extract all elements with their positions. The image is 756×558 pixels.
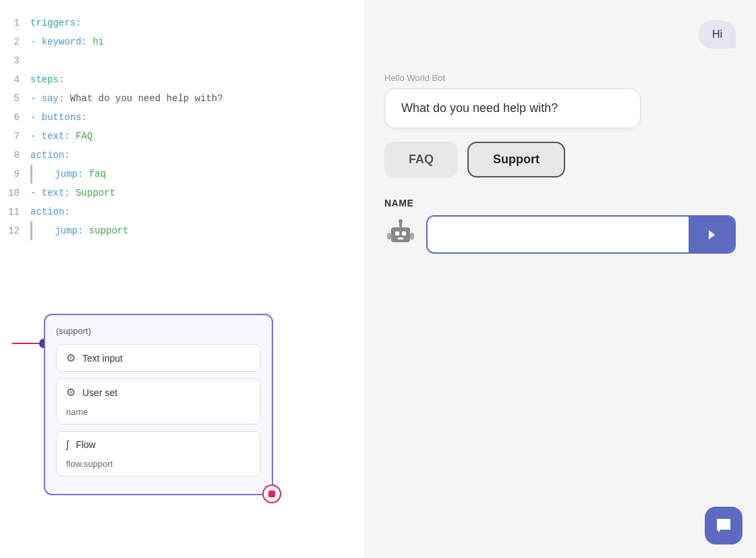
code-text-9: jump: faq xyxy=(30,165,364,184)
code-line-12: 12 jump: support xyxy=(0,221,364,240)
text-input-icon: ⚙ xyxy=(66,352,76,364)
line-num-7: 7 xyxy=(0,127,30,146)
flow-icon: ∫ xyxy=(66,439,69,451)
text-input-label: Text input xyxy=(82,353,123,364)
svg-rect-1 xyxy=(395,231,399,235)
flow-label: Flow xyxy=(76,439,96,450)
name-input-section: NAME xyxy=(384,198,736,254)
code-editor: 1 triggers: 2 - keyword: hi 3 4 steps: 5… xyxy=(0,0,364,558)
chat-fab-button[interactable] xyxy=(705,507,743,545)
bot-name-label: Hello World Bot xyxy=(384,73,736,83)
code-text-2: - keyword: hi xyxy=(30,32,364,51)
line-num-5: 5 xyxy=(0,89,30,108)
code-text-1: triggers: xyxy=(30,13,364,32)
code-line-2: 2 - keyword: hi xyxy=(0,32,364,51)
line-num-6: 6 xyxy=(0,108,30,127)
user-set-sub: name xyxy=(66,407,88,417)
name-input-wrapper xyxy=(426,215,736,254)
chat-preview: Hi Hello World Bot What do you need help… xyxy=(364,0,756,558)
line-num-10: 10 xyxy=(0,184,30,202)
code-text-5: - say: What do you need help with? xyxy=(30,89,364,108)
chat-action-buttons: FAQ Support xyxy=(384,142,736,177)
code-line-3: 3 xyxy=(0,51,364,70)
code-text-4: steps: xyxy=(30,70,364,89)
code-text-7: - text: FAQ xyxy=(30,127,364,146)
svg-rect-2 xyxy=(402,231,406,235)
flow-sub: flow.support xyxy=(66,459,113,469)
code-text-12: jump: support xyxy=(30,221,364,240)
code-line-10: 10 - text: Support xyxy=(0,184,364,202)
stop-icon xyxy=(268,491,275,497)
code-line-5: 5 - say: What do you need help with? xyxy=(0,89,364,108)
support-button[interactable]: Support xyxy=(467,142,565,177)
code-text-8: action: xyxy=(30,146,364,165)
code-line-7: 7 - text: FAQ xyxy=(0,127,364,146)
code-text-11: action: xyxy=(30,202,364,221)
robot-icon xyxy=(384,215,417,254)
bot-message-bubble: What do you need help with? xyxy=(384,88,641,128)
name-submit-button[interactable] xyxy=(689,217,734,252)
user-set-label: User set xyxy=(82,387,117,398)
user-set-row: ⚙ User set xyxy=(66,386,117,399)
name-input-row xyxy=(384,215,736,254)
line-num-1: 1 xyxy=(0,13,30,32)
user-set-icon: ⚙ xyxy=(66,386,76,399)
flow-node-item-text-input[interactable]: ⚙ Text input xyxy=(56,344,261,372)
arrow-line xyxy=(12,343,39,344)
code-line-6: 6 - buttons: xyxy=(0,108,364,127)
line-num-3: 3 xyxy=(0,51,30,70)
flow-row: ∫ Flow xyxy=(66,439,96,451)
code-text-10: - text: Support xyxy=(30,184,364,202)
svg-rect-0 xyxy=(391,227,410,242)
code-line-9: 9 jump: faq xyxy=(0,165,364,184)
line-num-12: 12 xyxy=(0,221,30,240)
code-line-4: 4 steps: xyxy=(0,70,364,89)
faq-button[interactable]: FAQ xyxy=(384,142,458,177)
flow-node-item-flow[interactable]: ∫ Flow flow.support xyxy=(56,431,261,476)
name-input-field[interactable] xyxy=(428,217,689,252)
svg-rect-3 xyxy=(398,238,403,240)
code-line-8: 8 action: xyxy=(0,146,364,165)
line-num-2: 2 xyxy=(0,32,30,51)
line-num-4: 4 xyxy=(0,70,30,89)
code-line-11: 11 action: xyxy=(0,202,364,221)
stop-button[interactable] xyxy=(262,484,281,503)
svg-point-5 xyxy=(399,219,403,223)
user-message-bubble: Hi xyxy=(699,20,736,49)
flow-arrow xyxy=(12,339,49,348)
line-num-9: 9 xyxy=(0,165,30,184)
code-text-6: - buttons: xyxy=(30,108,364,127)
flow-node-support: (support) ⚙ Text input ⚙ User set name ∫… xyxy=(44,314,273,495)
flow-node-title: (support) xyxy=(56,326,261,336)
name-field-label: NAME xyxy=(384,198,736,208)
flow-node-item-user-set[interactable]: ⚙ User set name xyxy=(56,379,261,424)
line-num-8: 8 xyxy=(0,146,30,165)
line-num-11: 11 xyxy=(0,202,30,221)
code-line-1: 1 triggers: xyxy=(0,13,364,32)
svg-rect-6 xyxy=(387,233,391,240)
svg-rect-7 xyxy=(410,233,414,240)
